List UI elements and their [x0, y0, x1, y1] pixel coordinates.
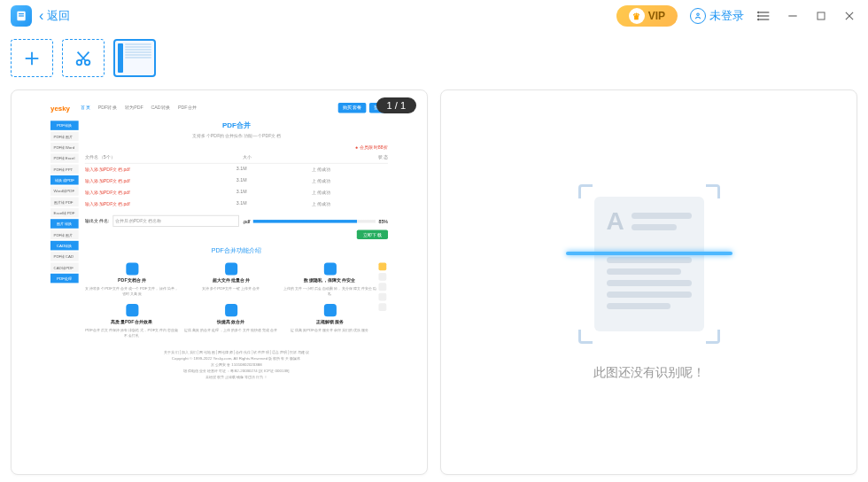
preview-panel: 1 / 1 yesky 首页PDF转换转为PDFCAD转换PDF合并 购买套餐 … — [11, 89, 428, 475]
maximize-button[interactable] — [813, 8, 829, 24]
preview-nav: 首页PDF转换转为PDFCAD转换PDF合并 — [81, 105, 197, 112]
chevron-left-icon: ‹ — [39, 8, 43, 24]
titlebar: ‹ 返回 ♛ VIP 未登录 — [0, 0, 868, 32]
back-button[interactable]: ‹ 返回 — [39, 8, 70, 24]
vip-badge[interactable]: ♛ VIP — [616, 5, 678, 27]
result-panel: A 此图还没有识别呢！ — [440, 89, 857, 475]
page-thumbnail-1[interactable] — [113, 39, 156, 77]
login-label: 未登录 — [709, 8, 744, 24]
svg-rect-11 — [818, 12, 825, 19]
add-button[interactable] — [11, 39, 53, 77]
preview-title: PDF合并 — [85, 120, 388, 130]
svg-point-9 — [758, 19, 759, 19]
main-area: 1 / 1 yesky 首页PDF转换转为PDFCAD转换PDF合并 购买套餐 … — [0, 89, 868, 475]
close-button[interactable] — [841, 8, 857, 24]
svg-point-8 — [758, 15, 759, 16]
minimize-button[interactable] — [785, 8, 801, 24]
empty-state-text: 此图还没有识别呢！ — [593, 365, 705, 381]
user-icon — [690, 8, 706, 24]
svg-rect-1 — [19, 13, 24, 14]
scan-illustration: A — [578, 184, 720, 344]
page-indicator: 1 / 1 — [376, 97, 416, 113]
app-icon — [11, 5, 32, 27]
vip-label: VIP — [648, 10, 665, 22]
toolbar — [0, 32, 868, 89]
login-button[interactable]: 未登录 — [690, 8, 744, 24]
document-preview: yesky 首页PDF转换转为PDFCAD转换PDF合并 购买套餐 登录 PDF… — [36, 90, 402, 389]
svg-point-3 — [697, 13, 700, 16]
back-label: 返回 — [47, 8, 70, 24]
preview-sidebar: PDF转换 PDF转图片 PDF转Word PDF转Excel PDF转PPT … — [50, 120, 79, 379]
bottom-bar: 旋转 删除 开始识别 复制 保存 导出 PDF ˄ — [0, 475, 868, 482]
svg-point-7 — [758, 12, 759, 12]
svg-rect-2 — [19, 15, 24, 16]
menu-icon[interactable] — [756, 8, 772, 24]
cut-button[interactable] — [62, 39, 105, 77]
crown-icon: ♛ — [629, 8, 645, 24]
preview-logo: yesky — [50, 104, 70, 112]
